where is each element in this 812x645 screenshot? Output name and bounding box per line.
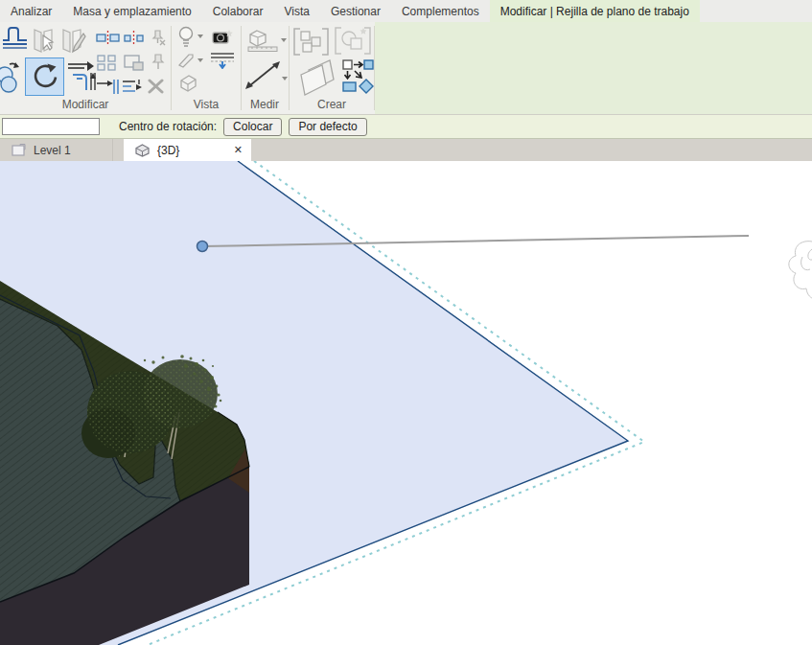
copy-icon[interactable]: [0, 58, 21, 95]
panel-label-medir: Medir: [242, 98, 288, 111]
tab-gestionar[interactable]: Gestionar: [320, 0, 391, 22]
create-parts-icon[interactable]: [297, 59, 339, 97]
rotate-button-selected[interactable]: [25, 58, 64, 96]
create-assembly-icon[interactable]: [342, 58, 374, 95]
tab-colaborar[interactable]: Colaborar: [202, 0, 274, 22]
create-similar-icon[interactable]: [334, 25, 372, 57]
close-view-icon[interactable]: ✕: [234, 145, 243, 155]
create-group-icon[interactable]: [292, 27, 330, 57]
3d-view-icon: [135, 144, 150, 157]
align-icon[interactable]: [67, 59, 97, 93]
viewport-3d[interactable]: [0, 161, 812, 645]
trim-extend-icon[interactable]: [96, 79, 120, 95]
tab-analizar[interactable]: Analizar: [0, 0, 62, 22]
finish-sketch-icon[interactable]: [1, 25, 30, 50]
revit-window: Analizar Masa y emplazamiento Colaborar …: [0, 0, 812, 645]
tab-modificar-contextual[interactable]: Modificar | Rejilla de plano de trabajo: [490, 0, 700, 22]
section-knife-icon[interactable]: [177, 52, 195, 68]
panel-label-crear: Crear: [290, 98, 374, 111]
lightbulb-icon[interactable]: [177, 26, 195, 49]
scale-icon[interactable]: [124, 55, 145, 71]
array-icon[interactable]: [97, 55, 118, 71]
ribbon: Modificar: [0, 22, 812, 115]
measure-distance-icon[interactable]: [244, 59, 281, 91]
pin-icon[interactable]: [151, 54, 166, 71]
ribbon-empty-area: [375, 22, 812, 114]
measure2-dropdown-caret[interactable]: [282, 77, 288, 81]
split-with-gap-icon[interactable]: [124, 31, 145, 45]
options-bar: Centro de rotación: Colocar Por defecto: [0, 115, 812, 139]
view-tab-label: {3D}: [157, 144, 179, 157]
tab-complementos[interactable]: Complementos: [391, 0, 490, 22]
place-center-button[interactable]: Colocar: [223, 118, 282, 136]
unpin-icon[interactable]: [149, 30, 167, 46]
rotation-center-label: Centro de rotación:: [119, 120, 217, 133]
render-icon[interactable]: [211, 27, 235, 47]
section-dropdown-caret[interactable]: [197, 58, 203, 62]
panel-label-vista: Vista: [173, 98, 240, 111]
lightbulb-dropdown-caret[interactable]: [197, 35, 203, 38]
tab-masa-y-emplazamiento[interactable]: Masa y emplazamiento: [62, 0, 201, 22]
view-tab-3d[interactable]: {3D} ✕: [124, 139, 251, 161]
view-tab-level-1[interactable]: Level 1: [0, 139, 113, 161]
view-box-icon[interactable]: [177, 73, 198, 94]
ribbon-tab-bar: Analizar Masa y emplazamiento Colaborar …: [0, 0, 812, 22]
panel-label-modificar: Modificar: [0, 98, 171, 111]
tab-vista[interactable]: Vista: [273, 0, 319, 22]
split-element-icon[interactable]: [96, 31, 120, 45]
underlay-icon[interactable]: [210, 51, 235, 69]
offset-icon[interactable]: [122, 79, 145, 95]
floor-plan-icon: [12, 144, 26, 156]
edit-boundary-icon[interactable]: [60, 28, 86, 54]
view-tab-label: Level 1: [34, 144, 71, 157]
delete-icon[interactable]: [148, 79, 164, 94]
rotation-center-dot[interactable]: [197, 242, 208, 252]
default-center-button[interactable]: Por defecto: [289, 118, 366, 136]
view-tab-bar: Level 1 {3D} ✕: [0, 139, 812, 161]
rotation-angle-input[interactable]: [2, 118, 100, 135]
measure-surface-icon[interactable]: [246, 29, 279, 53]
measure-dropdown-caret[interactable]: [281, 38, 287, 42]
modify-select-icon[interactable]: [32, 28, 58, 54]
